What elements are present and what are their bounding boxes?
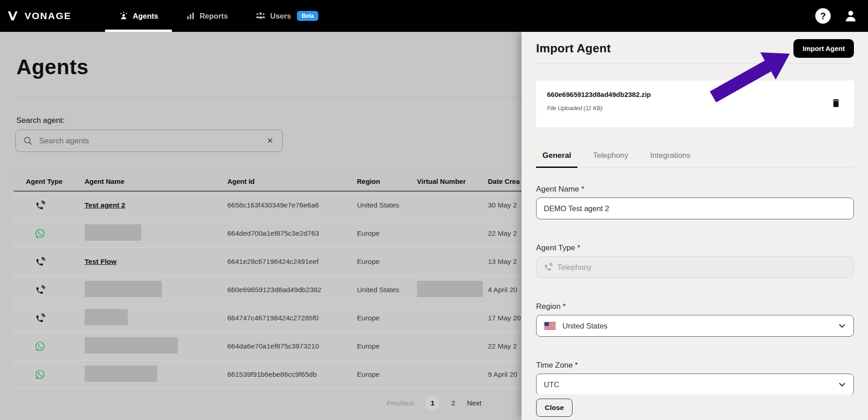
telephony-icon (544, 263, 553, 272)
time-zone-select[interactable]: UTC (536, 374, 854, 395)
account-icon[interactable] (843, 9, 858, 23)
region-field: Region * United States (536, 302, 854, 337)
drawer-divider (536, 63, 854, 64)
nav-tab-users[interactable]: Users Beta (241, 0, 332, 32)
drawer-title: Import Agent (536, 41, 611, 56)
agent-name-field: Agent Name * (536, 185, 854, 219)
agent-type-input: Telephony (536, 256, 854, 278)
users-group-icon (255, 10, 266, 21)
delete-file-button[interactable] (829, 96, 843, 111)
time-zone-value: UTC (544, 380, 559, 389)
agent-name-input[interactable] (536, 197, 854, 219)
bar-chart-icon (186, 10, 196, 21)
file-info: 660e69659123d8ad49db2382.zip File Upload… (547, 91, 651, 117)
nav-tab-reports[interactable]: Reports (172, 0, 241, 32)
uploaded-file-card: 660e69659123d8ad49db2382.zip File Upload… (536, 81, 854, 127)
vonage-logo[interactable]: VONAGE (0, 0, 83, 32)
time-zone-label: Time Zone * (536, 361, 854, 370)
agent-type-value: Telephony (557, 263, 592, 272)
agent-type-label: Agent Type * (536, 243, 854, 253)
chevron-down-icon (839, 324, 845, 328)
region-label: Region * (536, 302, 854, 311)
import-agent-button[interactable]: Import Agent (793, 39, 854, 58)
top-nav: VONAGE Agents Reports Users (0, 0, 868, 32)
file-status: File Uploaded (11 KB) (547, 105, 651, 111)
nav-right: ? (815, 0, 868, 32)
agent-name-label: Agent Name * (536, 185, 854, 194)
brand-text: VONAGE (25, 10, 71, 21)
chevron-down-icon (839, 383, 845, 387)
tab-integrations[interactable]: Integrations (644, 151, 697, 168)
time-zone-field: Time Zone * UTC (536, 361, 854, 395)
trash-icon (831, 98, 841, 108)
agent-person-icon (119, 10, 129, 21)
tab-telephony[interactable]: Telephony (587, 151, 635, 168)
help-button[interactable]: ? (815, 8, 831, 24)
tab-general[interactable]: General (536, 151, 577, 168)
file-name: 660e69659123d8ad49db2382.zip (547, 91, 651, 98)
us-flag-icon (544, 322, 556, 330)
import-agent-drawer: Import Agent Import Agent 660e69659123d8… (522, 32, 868, 420)
nav-tab-users-label: Users (270, 12, 291, 20)
nav-tab-agents[interactable]: Agents (105, 0, 172, 32)
region-value: United States (562, 322, 607, 330)
nav-items: Agents Reports Users Beta (105, 0, 332, 32)
drawer-header: Import Agent Import Agent (536, 39, 854, 58)
vonage-v-icon (6, 10, 19, 22)
agent-type-field: Agent Type * Telephony (536, 243, 854, 278)
nav-tab-reports-label: Reports (200, 12, 228, 20)
close-button[interactable]: Close (536, 399, 572, 417)
drawer-footer: Close (522, 395, 868, 420)
region-select[interactable]: United States (536, 315, 854, 337)
nav-tab-agents-label: Agents (133, 12, 158, 20)
drawer-tabs: General Telephony Integrations (536, 151, 854, 167)
help-icon: ? (820, 11, 826, 21)
beta-badge: Beta (297, 11, 318, 21)
